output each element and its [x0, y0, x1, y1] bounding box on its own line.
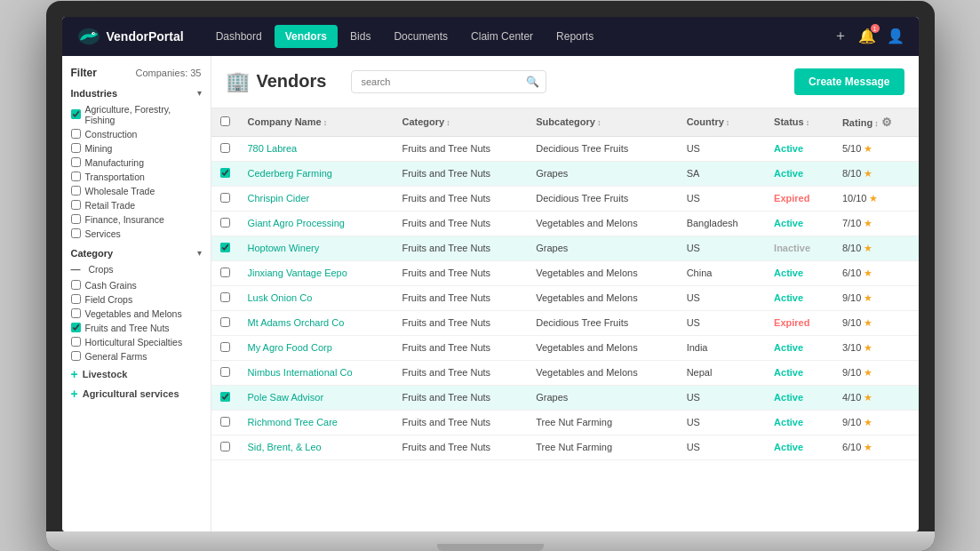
- search-icon: 🔍: [526, 76, 539, 88]
- category-item-2[interactable]: Vegetables and Melons: [71, 308, 202, 319]
- notifications-button[interactable]: 🔔 1: [858, 28, 876, 44]
- th-company-name[interactable]: Company Name↕: [239, 108, 394, 137]
- industry-checkbox-0[interactable]: [71, 109, 81, 119]
- create-message-button[interactable]: Create Message: [794, 68, 904, 95]
- company-name-3[interactable]: Giant Agro Processing: [239, 211, 394, 236]
- category-item-1[interactable]: Field Crops: [71, 294, 202, 305]
- table-row[interactable]: Pole Saw AdvisorFruits and Tree NutsGrap…: [211, 385, 919, 410]
- status-badge: Active: [774, 292, 803, 303]
- category-checkbox-0[interactable]: [71, 280, 81, 290]
- row-checkbox-11[interactable]: [220, 417, 230, 427]
- category-item-5[interactable]: General Farms: [71, 351, 202, 362]
- nav-link-documents[interactable]: Documents: [383, 25, 458, 48]
- category-item-0[interactable]: Cash Grains: [71, 280, 202, 291]
- category-checkbox-4[interactable]: [71, 337, 81, 347]
- industry-checkbox-3[interactable]: [71, 157, 81, 167]
- table-row[interactable]: Chrispin CiderFruits and Tree NutsDecidi…: [211, 186, 919, 211]
- row-checkbox-7[interactable]: [220, 317, 230, 327]
- select-all-checkbox[interactable]: [220, 116, 230, 126]
- more-item-1[interactable]: +Agricultural services: [71, 387, 202, 401]
- company-name-12[interactable]: Sid, Brent, & Leo: [239, 435, 394, 459]
- nav-link-dashbord[interactable]: Dashbord: [205, 25, 273, 48]
- industry-checkbox-5[interactable]: [71, 186, 81, 196]
- th-subcategory[interactable]: Subcategory↕: [527, 108, 677, 137]
- category-checkbox-5[interactable]: [71, 351, 81, 361]
- industry-item-4[interactable]: Transportation: [71, 172, 202, 182]
- table-row[interactable]: Cederberg FarmingFruits and Tree NutsGra…: [211, 161, 919, 186]
- row-checkbox-5[interactable]: [220, 268, 230, 277]
- nav-link-claim-center[interactable]: Claim Center: [460, 25, 544, 48]
- company-category-4: Fruits and Tree Nuts: [393, 236, 527, 260]
- company-name-4[interactable]: Hoptown Winery: [239, 236, 394, 260]
- company-name-9[interactable]: Nimbus International Co: [239, 360, 394, 385]
- row-checkbox-2[interactable]: [220, 193, 230, 203]
- company-name-10[interactable]: Pole Saw Advisor: [239, 385, 394, 410]
- category-checkbox-2[interactable]: [71, 308, 81, 318]
- row-checkbox-8[interactable]: [220, 342, 230, 352]
- th-country[interactable]: Country↕: [678, 108, 765, 137]
- table-row[interactable]: 780 LabreaFruits and Tree NutsDecidious …: [211, 136, 919, 161]
- company-status-5: Active: [765, 260, 833, 285]
- row-checkbox-10[interactable]: [220, 392, 230, 402]
- industry-item-3[interactable]: Manufacturing: [71, 157, 202, 168]
- nav-link-vendors[interactable]: Vendors: [275, 25, 338, 48]
- th-rating[interactable]: Rating↕ ⚙: [833, 108, 919, 137]
- row-checkbox-4[interactable]: [220, 243, 230, 252]
- row-checkbox-6[interactable]: [220, 292, 230, 302]
- table-row[interactable]: Mt Adams Orchard CoFruits and Tree NutsD…: [211, 310, 919, 335]
- row-checkbox-3[interactable]: [220, 218, 230, 228]
- company-name-0[interactable]: 780 Labrea: [239, 136, 394, 161]
- row-checkbox-9[interactable]: [220, 367, 230, 377]
- industry-checkbox-7[interactable]: [71, 214, 81, 224]
- company-name-6[interactable]: Lusk Onion Co: [239, 285, 394, 310]
- table-row[interactable]: Richmond Tree CareFruits and Tree NutsTr…: [211, 410, 919, 435]
- category-item-3[interactable]: Fruits and Tree Nuts: [71, 323, 202, 333]
- th-status[interactable]: Status↕: [765, 108, 833, 137]
- nav-link-bids[interactable]: Bids: [339, 25, 381, 48]
- industry-item-5[interactable]: Wholesale Trade: [71, 186, 202, 196]
- industry-checkbox-2[interactable]: [71, 143, 81, 153]
- table-row[interactable]: Giant Agro ProcessingFruits and Tree Nut…: [211, 211, 919, 236]
- user-button[interactable]: 👤: [887, 28, 904, 44]
- industry-item-8[interactable]: Services: [71, 228, 202, 239]
- industry-item-1[interactable]: Construction: [71, 129, 202, 140]
- gear-icon[interactable]: ⚙: [881, 116, 892, 129]
- company-name-2[interactable]: Chrispin Cider: [239, 186, 394, 211]
- industries-list: Agriculture, Forestry, FishingConstructi…: [71, 104, 202, 239]
- more-item-0[interactable]: +Livestock: [71, 367, 202, 381]
- industry-checkbox-4[interactable]: [71, 172, 81, 181]
- search-input[interactable]: [351, 70, 546, 93]
- industry-checkbox-8[interactable]: [71, 228, 81, 238]
- table-row[interactable]: Hoptown WineryFruits and Tree NutsGrapes…: [211, 236, 919, 260]
- industry-item-6[interactable]: Retail Trade: [71, 200, 202, 211]
- industry-item-2[interactable]: Mining: [71, 143, 202, 154]
- category-item-4[interactable]: Horticultural Specialties: [71, 337, 202, 347]
- industries-section-header[interactable]: Industries ▾: [71, 88, 202, 99]
- industry-item-7[interactable]: Finance, Insurance: [71, 214, 202, 225]
- add-button[interactable]: ＋: [833, 27, 848, 45]
- company-name-5[interactable]: Jinxiang Vantage Eepo: [239, 260, 394, 285]
- table-row[interactable]: Jinxiang Vantage EepoFruits and Tree Nut…: [211, 260, 919, 285]
- category-checkbox-3[interactable]: [71, 323, 81, 332]
- industry-checkbox-1[interactable]: [71, 129, 81, 139]
- company-name-1[interactable]: Cederberg Farming: [239, 161, 394, 186]
- table-row[interactable]: Sid, Brent, & LeoFruits and Tree NutsTre…: [211, 435, 919, 459]
- row-checkbox-0[interactable]: [220, 143, 230, 153]
- table-row[interactable]: Lusk Onion CoFruits and Tree NutsVegetab…: [211, 285, 919, 310]
- company-name-11[interactable]: Richmond Tree Care: [239, 410, 394, 435]
- table-row[interactable]: Nimbus International CoFruits and Tree N…: [211, 360, 919, 385]
- company-name-8[interactable]: My Agro Food Corp: [239, 335, 394, 360]
- category-section-header[interactable]: Category ▾: [71, 248, 202, 259]
- nav-link-reports[interactable]: Reports: [546, 25, 604, 48]
- row-checkbox-12[interactable]: [220, 442, 230, 451]
- row-checkbox-1[interactable]: [220, 168, 230, 178]
- table-row[interactable]: My Agro Food CorpFruits and Tree NutsVeg…: [211, 335, 919, 360]
- row-checkbox-cell-2: [211, 186, 239, 211]
- category-label-5: General Farms: [85, 351, 147, 362]
- th-category[interactable]: Category↕: [393, 108, 527, 137]
- rating-value: 8/10: [842, 243, 861, 253]
- category-checkbox-1[interactable]: [71, 294, 81, 304]
- industry-checkbox-6[interactable]: [71, 200, 81, 210]
- company-name-7[interactable]: Mt Adams Orchard Co: [239, 310, 394, 335]
- industry-item-0[interactable]: Agriculture, Forestry, Fishing: [71, 104, 202, 125]
